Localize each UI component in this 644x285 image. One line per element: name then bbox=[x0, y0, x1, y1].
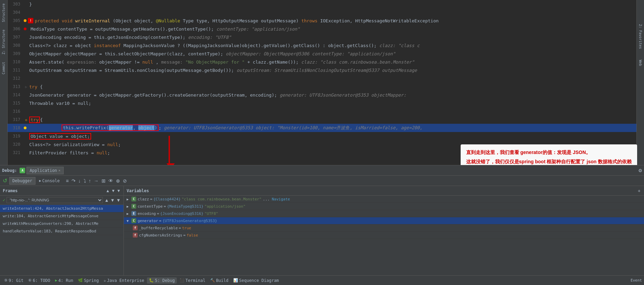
left-side-panel: Structure Z: Structure Commit bbox=[0, 0, 8, 165]
console-tab-btn[interactable]: ▶ Console bbox=[36, 177, 63, 185]
step-into[interactable]: ↓ bbox=[77, 177, 82, 184]
terminal-btn[interactable]: ⬛ Terminal bbox=[178, 277, 207, 284]
debugger-tab-btn[interactable]: Debugger bbox=[9, 177, 35, 185]
thread-down[interactable]: ▼ bbox=[110, 198, 115, 203]
code-editor: Structure Z: Structure 303 } 304 305 bbox=[0, 0, 644, 165]
var-name-generator: generator bbox=[138, 219, 158, 223]
todo-btn[interactable]: ⑥ 6: TODO bbox=[26, 277, 52, 284]
field-name-2: cfgNumbersAsStrings bbox=[139, 233, 182, 238]
evaluate-expression[interactable]: ⊞ bbox=[100, 177, 107, 184]
frames-filter[interactable]: ▼ bbox=[117, 188, 121, 193]
expand-contenttype[interactable]: ▶ bbox=[127, 205, 131, 208]
step-out[interactable]: ↑ bbox=[88, 177, 92, 184]
restart-button[interactable]: ↺ bbox=[1, 177, 9, 185]
red-arrow-annotation bbox=[158, 136, 175, 165]
step-into-my-code[interactable]: ⤵ bbox=[83, 177, 87, 184]
chinese-annotation-box: 直到走到这里，我们查看 generator的值：发现是 JSON。 这就没错了，… bbox=[461, 144, 637, 165]
debug-panel: Debug: A Application ✕ ⚙ ↺ Debugger ▶ bbox=[0, 165, 644, 275]
close-tab-icon[interactable]: ✕ bbox=[58, 168, 61, 172]
checkmark-icon: ✓ bbox=[3, 198, 5, 202]
variables-panel: Variables + ▶ C clazz = {Class@4424} bbox=[124, 186, 644, 275]
web-sidebar[interactable]: Web bbox=[638, 60, 642, 66]
code-line-318: 318 this.writePrefix(generator, object);… bbox=[8, 124, 641, 132]
frame-item-1[interactable]: write:104, AbstractGenericHttpMessageCon… bbox=[0, 212, 124, 220]
sequence-label: Sequence Diagram bbox=[239, 278, 279, 283]
type-icon-contenttype: C bbox=[131, 204, 136, 209]
breakpoints-button[interactable]: ⊕ bbox=[115, 177, 121, 184]
show-execution-point[interactable]: ≡ bbox=[65, 177, 69, 184]
variables-title: Variables bbox=[127, 188, 149, 193]
build-btn[interactable]: 🔨 Build bbox=[208, 277, 230, 284]
var-cfgnumbersasstrings[interactable]: f cfgNumbersAsStrings = false bbox=[124, 232, 644, 239]
var-name-clazz: clazz bbox=[138, 197, 149, 201]
breakpoint-318 bbox=[24, 127, 26, 129]
java-enterprise-icon: ☕ bbox=[104, 278, 106, 283]
z-structure-sidebar[interactable]: Z: Structure bbox=[2, 30, 6, 54]
application-tab[interactable]: Application ✕ bbox=[26, 167, 64, 174]
settings-icon[interactable]: ⚙ bbox=[638, 167, 642, 174]
code-line-315: 315 Throwable var10 = null; bbox=[8, 99, 641, 107]
code-line-304: 304 bbox=[8, 8, 641, 17]
right-side-panel: 2: Favorites Web bbox=[636, 0, 644, 165]
code-line-305: 305 ! protected void writeInternal (Obje… bbox=[8, 17, 641, 25]
var-contenttype[interactable]: ▶ C contentType = {MediaType@5311} "appl… bbox=[124, 203, 644, 210]
expand-encoding[interactable]: ▶ bbox=[127, 212, 131, 216]
breakpoint-306 bbox=[24, 28, 26, 30]
code-line-317: 317 ◇ try { bbox=[8, 116, 641, 124]
run-btn[interactable]: ▶ 4: Run bbox=[53, 277, 75, 284]
run-label: 4: Run bbox=[58, 278, 73, 283]
add-var[interactable]: + bbox=[637, 187, 641, 194]
debug-toolbar: ↺ Debugger ▶ Console ≡ ↷ ↓ ⤵ ↑ → ⊞ 👁 ⊕ bbox=[0, 176, 644, 186]
frame-item-3[interactable]: handleReturnValue:183, RequestResponseBo… bbox=[0, 228, 124, 235]
sequence-btn[interactable]: 📊 Sequence Diagram bbox=[231, 277, 281, 284]
expand-generator[interactable]: ▼ bbox=[127, 219, 131, 223]
show-watches[interactable]: 👁 bbox=[107, 177, 114, 184]
favorites-sidebar[interactable]: 2: Favorites bbox=[638, 24, 642, 49]
debug-content: Frames ▲ ▼ ▼ ✓ "http-nio-...": RUNNING ▲… bbox=[0, 186, 644, 275]
spring-btn[interactable]: 🌿 Spring bbox=[76, 277, 101, 284]
debug-btn[interactable]: 🐛 5: Debug bbox=[147, 277, 177, 284]
navigate-clazz[interactable]: Navigate bbox=[272, 197, 290, 201]
type-icon-field2: f bbox=[133, 233, 138, 238]
git-btn[interactable]: ⑨ 9: Git bbox=[2, 277, 25, 284]
annotation-line1: 直到走到这里，我们查看 generator的值：发现是 JSON。 bbox=[466, 148, 632, 157]
code-line-312: 312 bbox=[8, 74, 641, 83]
todo-icon: ⑥ bbox=[28, 278, 32, 283]
thread-up[interactable]: ▲ bbox=[104, 198, 109, 203]
type-icon-generator: C bbox=[131, 218, 136, 223]
var-name-contenttype: contentType bbox=[138, 204, 163, 209]
thread-filter[interactable]: ▼ bbox=[116, 198, 121, 203]
expand-clazz[interactable]: ▶ bbox=[127, 197, 131, 201]
mute-breakpoints[interactable]: ⊘ bbox=[122, 177, 128, 184]
field-name-1: _bufferRecyclable bbox=[139, 226, 178, 230]
var-name-encoding: encoding bbox=[138, 211, 156, 216]
var-bufferrecyclable[interactable]: f _bufferRecyclable = true bbox=[124, 224, 644, 232]
terminal-icon: ⬛ bbox=[180, 278, 184, 283]
var-clazz[interactable]: ▶ C clazz = {Class@4424} "class com.rain… bbox=[124, 196, 644, 203]
frame-item-0[interactable]: writeInternal:424, AbstractJackson2HttpM… bbox=[0, 205, 124, 212]
thread-selector[interactable]: "http-nio-...": RUNNING bbox=[7, 197, 103, 203]
type-icon-field1: f bbox=[133, 226, 138, 230]
structure-sidebar[interactable]: Structure bbox=[2, 3, 6, 22]
var-generator[interactable]: ▼ C generator = {UTF8JsonGenerator@5353} bbox=[124, 217, 644, 224]
frames-down[interactable]: ▼ bbox=[111, 188, 115, 193]
java-enterprise-btn[interactable]: ☕ Java Enterprise bbox=[101, 277, 146, 284]
event-log-area: Event bbox=[631, 278, 642, 283]
frame-item-2[interactable]: writeWithMessageConverters:290, Abstract… bbox=[0, 220, 124, 228]
var-encoding[interactable]: ▶ E encoding = {JsonEncoding@5316} "UTF8… bbox=[124, 210, 644, 217]
code-line-310: 310 Assert.state( expression: objectMapp… bbox=[8, 58, 641, 66]
code-line-319: 319 Object value = object; bbox=[8, 132, 641, 140]
breakpoint-indicator bbox=[24, 19, 26, 22]
code-line-309: 309 ObjectMapper objectMapper = this.sel… bbox=[8, 50, 641, 58]
try-keyword-box: try bbox=[29, 117, 40, 123]
run-to-cursor[interactable]: → bbox=[93, 177, 100, 184]
build-label: Build bbox=[216, 278, 228, 283]
annotation-line2: 这就没错了，我们仅仅是spring boot 框架种自行配置了 json 数据格… bbox=[466, 157, 632, 165]
step-over[interactable]: ↷ bbox=[71, 177, 77, 184]
console-icon: ▶ bbox=[39, 179, 41, 183]
sequence-icon: 📊 bbox=[233, 278, 238, 283]
debug-label: 5: Debug bbox=[155, 278, 175, 283]
commit-sidebar[interactable]: Commit bbox=[2, 62, 6, 74]
type-icon-clazz: C bbox=[131, 197, 136, 201]
frames-up[interactable]: ▲ bbox=[106, 188, 110, 193]
